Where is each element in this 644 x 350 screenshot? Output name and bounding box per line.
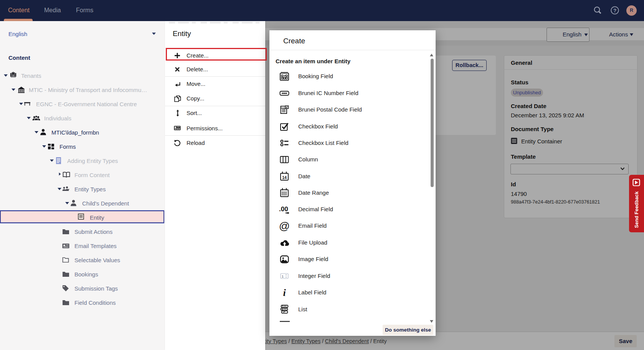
svg-text:i: i: [283, 287, 286, 298]
svg-text:@: @: [279, 220, 290, 231]
svg-text:1: 1: [282, 274, 284, 278]
svg-text:?: ?: [613, 8, 616, 13]
svg-text:14: 14: [282, 175, 287, 180]
svg-text:.00: .00: [279, 205, 288, 213]
